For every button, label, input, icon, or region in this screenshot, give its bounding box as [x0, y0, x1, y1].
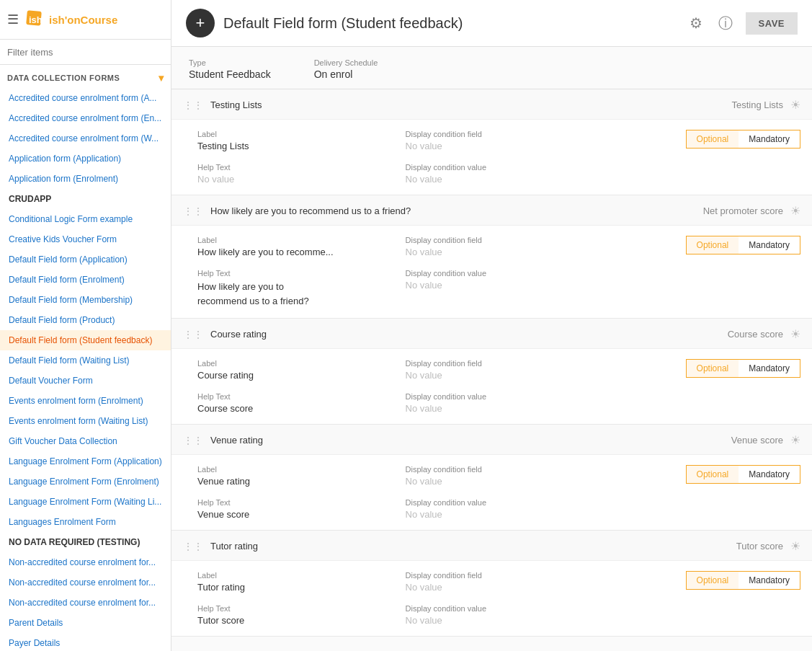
- sidebar-item[interactable]: Default Field form (Product): [0, 310, 171, 330]
- field-card-venue-rating: ⋮⋮ Venue rating Venue score ☀ Label Venu…: [171, 425, 812, 531]
- top-bar-left: + Default Field form (Student feedback): [186, 9, 463, 37]
- opt-mandatory-group: Optional Mandatory: [613, 130, 800, 149]
- sidebar-item[interactable]: Default Field form (Enrolment): [0, 270, 171, 290]
- sidebar-item[interactable]: Non-accredited course enrolment for...: [0, 572, 171, 593]
- add-button[interactable]: +: [186, 9, 215, 37]
- settings-button[interactable]: ⚙: [687, 12, 705, 35]
- field-type: Testing Lists: [731, 99, 783, 110]
- optional-button[interactable]: Optional: [686, 130, 739, 149]
- delivery-value: On enrol: [314, 68, 378, 80]
- field-card-header: ⋮⋮ How likely are you to recommend us to…: [171, 195, 812, 226]
- help-button[interactable]: ⓘ: [715, 11, 736, 36]
- save-button[interactable]: SAVE: [746, 12, 798, 35]
- fields-content: ⋮⋮ Testing Lists Testing Lists ☀ Label T…: [171, 89, 812, 651]
- sidebar-item[interactable]: Application form (Enrolment): [0, 169, 171, 189]
- delivery-field: Delivery Schedule On enrol: [314, 58, 378, 80]
- visibility-icon[interactable]: ☀: [790, 433, 800, 447]
- mandatory-button[interactable]: Mandatory: [739, 359, 800, 378]
- drag-handle-icon[interactable]: ⋮⋮: [183, 205, 203, 217]
- condition-field-label: Display condition field: [406, 236, 614, 244]
- condition-field-label: Display condition field: [406, 359, 614, 368]
- optional-button[interactable]: Optional: [686, 465, 739, 484]
- field-name: Testing Lists: [210, 99, 724, 110]
- opt-mandatory-group: Optional Mandatory: [613, 359, 800, 378]
- label-col: Label Venue rating Help Text Venue score: [197, 465, 406, 520]
- label-label: Label: [197, 359, 406, 368]
- sidebar-item[interactable]: Accredited course enrolment form (W...: [0, 128, 171, 149]
- mandatory-button[interactable]: Mandatory: [739, 130, 800, 149]
- sidebar-item[interactable]: Default Field form (Waiting List): [0, 350, 171, 371]
- field-card-body: Label How likely are you to recomme... H…: [171, 226, 812, 318]
- optional-button[interactable]: Optional: [686, 571, 739, 590]
- type-field: Type Student Feedback: [189, 58, 271, 80]
- condition-value-label: Display condition value: [406, 163, 614, 172]
- sidebar-item-student-feedback[interactable]: Default Field form (Student feedback): [0, 330, 171, 350]
- condition-col: Display condition field No value Display…: [406, 465, 614, 520]
- optional-button[interactable]: Optional: [686, 359, 739, 378]
- field-card-body: Label Testing Lists Help Text No value D…: [171, 120, 812, 195]
- sidebar-item[interactable]: Events enrolment form (Waiting List): [0, 411, 171, 431]
- drag-handle-icon[interactable]: ⋮⋮: [183, 329, 203, 340]
- sidebar-item[interactable]: Non-accredited course enrolment for...: [0, 593, 171, 613]
- logo-icon: ish: [24, 9, 46, 30]
- help-text-label: Help Text: [197, 392, 406, 401]
- sidebar-item-creative-kids[interactable]: Creative Kids Voucher Form: [0, 229, 171, 249]
- search-input[interactable]: [7, 47, 164, 58]
- field-type: Course score: [728, 329, 783, 340]
- field-card-testing-lists: ⋮⋮ Testing Lists Testing Lists ☀ Label T…: [171, 89, 812, 195]
- sidebar-item[interactable]: Conditional Logic Form example: [0, 209, 171, 229]
- sidebar-item[interactable]: Payer Details: [0, 633, 171, 651]
- field-card-header: ⋮⋮ Tutor rating Tutor score ☀: [171, 531, 812, 561]
- sidebar-item[interactable]: Accredited course enrolment form (A...: [0, 88, 171, 108]
- hamburger-icon[interactable]: ☰: [7, 12, 19, 27]
- condition-col: Display condition field No value Display…: [406, 236, 614, 291]
- sidebar-item[interactable]: Application form (Application): [0, 149, 171, 169]
- top-bar-right: ⚙ ⓘ SAVE: [687, 11, 798, 36]
- delivery-label: Delivery Schedule: [314, 58, 378, 67]
- mandatory-button[interactable]: Mandatory: [739, 571, 800, 590]
- condition-value-label: Display condition value: [406, 498, 614, 507]
- field-name: Tutor rating: [210, 541, 729, 552]
- mandatory-button[interactable]: Mandatory: [739, 465, 800, 484]
- label-col: Label Tutor rating Help Text Tutor score: [197, 571, 406, 626]
- visibility-icon[interactable]: ☀: [790, 327, 800, 341]
- optional-button[interactable]: Optional: [686, 236, 739, 254]
- sidebar-item-no-data[interactable]: NO DATA REQUIRED (TESTING): [0, 532, 171, 552]
- sidebar-item[interactable]: Parent Details: [0, 613, 171, 633]
- sidebar-item[interactable]: Language Enrolment Form (Waiting Li...: [0, 492, 171, 512]
- help-text-value: No value: [197, 174, 406, 185]
- sidebar-item[interactable]: Events enrolment form (Enrolment): [0, 391, 171, 411]
- help-text-label: Help Text: [197, 498, 406, 507]
- condition-field-value: No value: [406, 370, 614, 381]
- sidebar-item[interactable]: Default Voucher Form: [0, 371, 171, 391]
- drag-handle-icon[interactable]: ⋮⋮: [183, 435, 203, 446]
- field-name: How likely are you to recommend us to a …: [210, 205, 696, 216]
- sidebar-item[interactable]: Default Field form (Application): [0, 249, 171, 270]
- condition-field-label: Display condition field: [406, 571, 614, 580]
- sidebar-item[interactable]: Language Enrolment Form (Enrolment): [0, 471, 171, 492]
- sidebar-item-crudapp[interactable]: CRUDAPP: [0, 189, 171, 209]
- help-text-label: Help Text: [197, 163, 406, 172]
- sidebar-item[interactable]: Default Field form (Membership): [0, 290, 171, 310]
- opt-mandatory-group: Optional Mandatory: [613, 465, 800, 484]
- opt-mandatory-group: Optional Mandatory: [613, 236, 800, 254]
- drag-handle-icon[interactable]: ⋮⋮: [183, 99, 203, 111]
- sidebar-item[interactable]: Non-accredited course enrolment for...: [0, 552, 171, 572]
- section-header-forms[interactable]: DATA COLLECTION FORMS ▾: [0, 65, 171, 88]
- sidebar-item[interactable]: Gift Voucher Data Collection: [0, 431, 171, 451]
- label-label: Label: [197, 465, 406, 474]
- visibility-icon[interactable]: ☀: [790, 539, 800, 553]
- visibility-icon[interactable]: ☀: [790, 98, 800, 112]
- visibility-icon[interactable]: ☀: [790, 204, 800, 218]
- sidebar-item[interactable]: Languages Enrolment Form: [0, 512, 171, 532]
- type-value: Student Feedback: [189, 68, 271, 80]
- field-type: Net promoter score: [703, 205, 783, 216]
- sidebar-item[interactable]: Language Enrolment Form (Application): [0, 451, 171, 471]
- drag-handle-icon[interactable]: ⋮⋮: [183, 541, 203, 552]
- mandatory-button[interactable]: Mandatory: [739, 236, 800, 254]
- condition-value: No value: [406, 509, 614, 520]
- sidebar-search[interactable]: [0, 40, 171, 65]
- sidebar-item[interactable]: Accredited course enrolment form (En...: [0, 108, 171, 128]
- field-card-header: ⋮⋮ Course rating Course score ☀: [171, 319, 812, 349]
- svg-text:ish: ish: [29, 14, 43, 25]
